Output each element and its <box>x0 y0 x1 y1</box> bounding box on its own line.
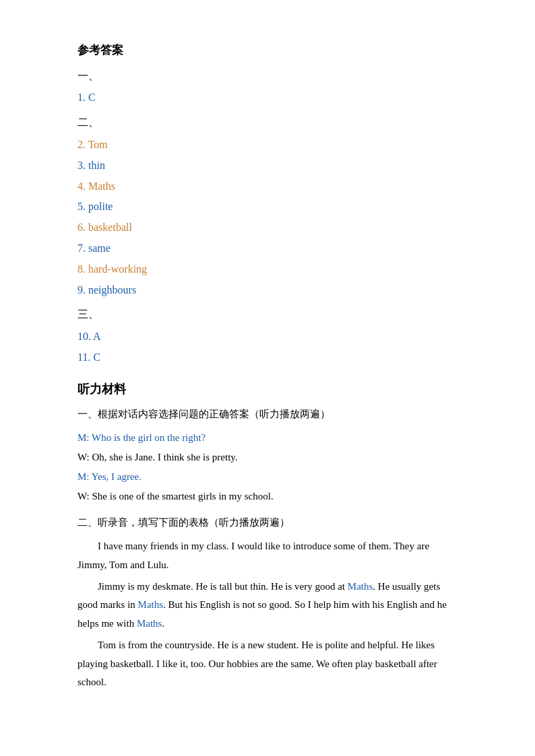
highlight-maths-1: Maths <box>348 581 373 592</box>
answer-6: 6. basketball <box>77 218 458 238</box>
part-one-label: 一、 <box>77 67 458 86</box>
answer-2: 2. Tom <box>77 135 458 155</box>
highlight-maths-3: Maths <box>137 618 162 629</box>
passage-para-1: I have many friends in my class. I would… <box>77 537 458 575</box>
part-three-label: 三、 <box>77 305 458 324</box>
answer-7: 7. same <box>77 239 458 259</box>
highlight-maths-2: Maths <box>138 599 164 610</box>
answer-8: 8. hard-working <box>77 260 458 279</box>
answer-4: 4. Maths <box>77 177 458 197</box>
part-two-label: 二、 <box>77 113 458 133</box>
answer-1: 1. C <box>77 88 458 108</box>
listening-part-two-instruction: 二、听录音，填写下面的表格（听力播放两遍） <box>77 514 458 532</box>
dialogue-line-4: W: She is one of the smartest girls in m… <box>77 487 458 506</box>
passage-para-3: Tom is from the countryside. He is a new… <box>77 636 458 692</box>
answer-3: 3. thin <box>77 156 458 176</box>
answer-5: 5. polite <box>77 197 458 217</box>
answer-11: 11. C <box>77 348 458 368</box>
dialogue-line-2: W: Oh, she is Jane. I think she is prett… <box>77 448 458 467</box>
passage-para-2: Jimmy is my deskmate. He is tall but thi… <box>77 578 458 633</box>
dialogue-line-1: M: Who is the girl on the right? <box>77 429 458 447</box>
listening-title: 听力材料 <box>77 378 458 400</box>
dialogue-line-3: M: Yes, I agree. <box>77 468 458 486</box>
main-title: 参考答案 <box>77 40 458 61</box>
listening-part-one-instruction: 一、根据对话内容选择问题的正确答案（听力播放两遍） <box>77 405 458 423</box>
answer-10: 10. A <box>77 327 458 347</box>
answer-9: 9. neighbours <box>77 281 458 300</box>
